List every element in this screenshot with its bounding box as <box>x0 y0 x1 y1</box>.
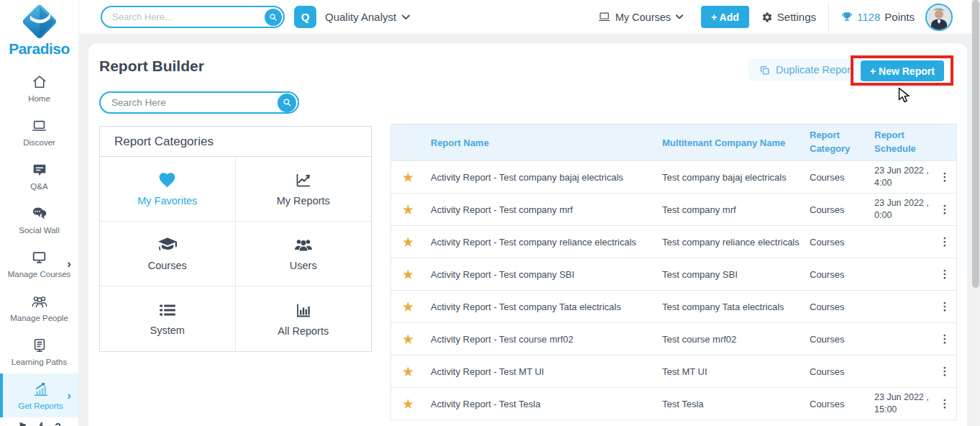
topbar: Q Quality Analyst My Courses + Add Setti… <box>79 0 980 34</box>
sidebar-item-label: Get Reports <box>19 402 63 410</box>
f-icon: f <box>40 421 43 426</box>
sidebar-partial-icons: ⚑ f ? <box>0 421 79 426</box>
role-name: Quality Analyst <box>325 11 396 23</box>
scrollbar-thumb[interactable] <box>972 0 979 288</box>
report-search <box>99 91 299 114</box>
sidebar-item-home[interactable]: Home <box>0 66 78 110</box>
brand-logo[interactable]: Paradiso <box>0 0 78 66</box>
report-builder-card: Report Builder Duplicate Report + New Re… <box>88 43 967 426</box>
kebab-menu-icon[interactable]: ⋮ <box>940 365 951 377</box>
add-button[interactable]: + Add <box>701 6 749 28</box>
star-icon[interactable]: ★ <box>402 235 414 249</box>
role-selector[interactable]: Quality Analyst <box>325 11 410 23</box>
category-label: Users <box>290 260 317 271</box>
table-row[interactable]: ★ Activity Report - Test course mrf02 Te… <box>390 323 957 355</box>
star-icon[interactable]: ★ <box>402 171 414 184</box>
star-icon[interactable]: ★ <box>402 397 414 411</box>
table-row[interactable]: ★ Activity Report - Test company relianc… <box>390 226 957 258</box>
role-avatar-badge[interactable]: Q <box>294 6 316 28</box>
kebab-menu-icon[interactable]: ⋮ <box>940 268 951 280</box>
report-name-cell[interactable]: Activity Report - Test MT UI <box>425 363 662 380</box>
kebab-menu-icon[interactable]: ⋮ <box>940 332 951 345</box>
sidebar-item-discover[interactable]: Discover <box>0 110 78 154</box>
schedule-date: 23 Jun 2022 , <box>874 197 933 209</box>
column-company-name[interactable]: Multitenant Company Name <box>662 135 810 151</box>
star-icon[interactable]: ★ <box>402 365 414 379</box>
table-row[interactable]: ★ Activity Report - Test company mrf Tes… <box>390 194 957 226</box>
category-system[interactable]: System <box>100 286 236 351</box>
column-report-name[interactable]: Report Name <box>425 135 662 151</box>
column-report-category[interactable]: Report Category <box>810 129 874 156</box>
star-icon[interactable]: ★ <box>402 268 414 281</box>
settings-label: Settings <box>777 11 816 23</box>
column-report-schedule[interactable]: Report Schedule <box>874 129 933 156</box>
company-name-cell: Test company reliance electricals <box>662 234 810 250</box>
kebab-menu-icon[interactable]: ⋮ <box>940 235 951 248</box>
settings-menu[interactable]: Settings <box>761 11 816 23</box>
star-icon[interactable]: ★ <box>402 332 414 346</box>
sidebar-item-social-wall[interactable]: Social Wall <box>0 198 78 242</box>
category-courses[interactable]: Courses <box>100 222 236 286</box>
report-search-button[interactable] <box>278 94 296 112</box>
company-name-cell: Test company Tata electricals <box>662 299 810 315</box>
sidebar-item-get-reports[interactable]: Get Reports › <box>0 373 78 417</box>
report-chart-icon <box>32 381 50 398</box>
global-search-input[interactable] <box>112 7 256 27</box>
category-my-reports[interactable]: My Reports <box>236 157 372 222</box>
report-categories-panel: Report Categories My Favorites My Report… <box>99 126 372 352</box>
sidebar-item-manage-courses[interactable]: Manage Courses › <box>0 242 78 286</box>
schedule-date: 23 Jun 2022 , <box>874 391 933 404</box>
points-label: Points <box>884 11 915 23</box>
sidebar-item-label: Discover <box>23 138 55 147</box>
report-category-cell: Courses <box>810 399 874 409</box>
table-row[interactable]: ★ Activity Report - Test Tesla Test Tesl… <box>390 388 957 420</box>
kebab-menu-icon[interactable]: ⋮ <box>940 203 951 215</box>
table-row[interactable]: ★ Activity Report - Test company Tata el… <box>390 291 957 323</box>
trophy-icon <box>841 12 853 23</box>
monitor-icon <box>31 249 47 266</box>
sidebar-item-manage-people[interactable]: Manage People <box>0 286 78 330</box>
star-icon[interactable]: ★ <box>402 300 414 314</box>
star-icon[interactable]: ★ <box>402 203 414 217</box>
report-name-cell[interactable]: Activity Report - Test company reliance … <box>425 234 662 250</box>
report-name-cell[interactable]: Activity Report - Test company bajaj ele… <box>425 169 662 186</box>
report-category-cell: Courses <box>810 302 874 312</box>
gear-icon <box>761 12 773 23</box>
sidebar-item-label: Learning Paths <box>12 358 67 366</box>
report-search-input[interactable] <box>111 93 262 112</box>
table-row[interactable]: ★ Activity Report - Test MT UI Test MT U… <box>390 355 957 388</box>
category-users[interactable]: Users <box>236 222 372 286</box>
my-courses-menu[interactable]: My Courses <box>598 12 683 23</box>
category-label: My Reports <box>277 195 330 207</box>
table-row[interactable]: ★ Activity Report - Test company bajaj e… <box>390 161 957 194</box>
new-report-button[interactable]: + New Report <box>861 60 944 81</box>
user-avatar[interactable] <box>925 4 953 31</box>
report-name-cell[interactable]: Activity Report - Test company mrf <box>425 201 662 218</box>
kebab-menu-icon[interactable]: ⋮ <box>940 171 951 183</box>
kebab-menu-icon[interactable]: ⋮ <box>940 300 951 312</box>
sidebar-nav: Home Discover Q&A Social Wall <box>0 66 78 417</box>
report-name-cell[interactable]: Activity Report - Test course mrf02 <box>425 331 662 348</box>
page-scrollbar[interactable] <box>971 0 980 426</box>
report-name-cell[interactable]: Activity Report - Test Tesla <box>425 396 662 412</box>
category-my-favorites[interactable]: My Favorites <box>100 157 236 222</box>
brand-name: Paradiso <box>0 40 78 58</box>
category-all-reports[interactable]: All Reports <box>236 286 372 351</box>
report-schedule-cell: 23 Jun 2022 , 4:00 <box>874 165 933 189</box>
chevron-right-icon[interactable]: › <box>67 257 71 269</box>
duplicate-report-button[interactable]: Duplicate Report <box>748 59 864 81</box>
sidebar-item-learning-paths[interactable]: Learning Paths <box>0 330 78 373</box>
chevron-right-icon[interactable]: › <box>67 389 71 401</box>
topbar-divider <box>828 3 829 32</box>
report-name-cell[interactable]: Activity Report - Test company Tata elec… <box>425 299 662 315</box>
sidebar-item-label: Manage People <box>10 314 68 322</box>
report-name-cell[interactable]: Activity Report - Test company SBI <box>425 266 662 283</box>
sidebar-item-qa[interactable]: Q&A <box>0 154 78 198</box>
category-label: All Reports <box>278 325 329 337</box>
table-row[interactable]: ★ Activity Report - Test company SBI Tes… <box>390 258 957 291</box>
graduation-cap-icon <box>157 236 178 253</box>
kebab-menu-icon[interactable]: ⋮ <box>940 397 951 409</box>
home-icon <box>32 73 47 91</box>
global-search-button[interactable] <box>265 9 282 26</box>
points-value: 1128 <box>857 11 880 23</box>
